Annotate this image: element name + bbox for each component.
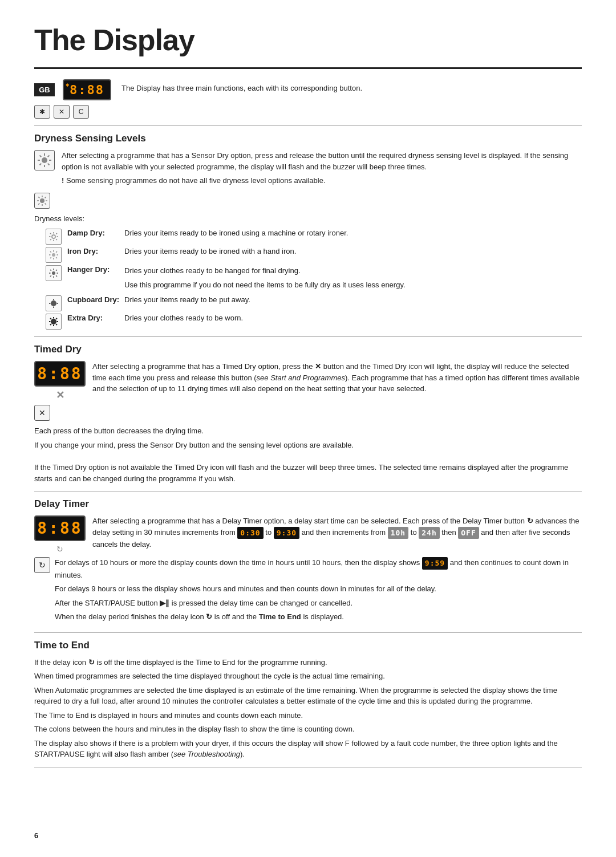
timed-dry-body: After selecting a programme that has a T… [92,361,582,397]
svg-line-26 [50,239,51,240]
cupboard-dry-icon [46,295,62,311]
svg-line-17 [38,203,39,204]
svg-point-45 [51,300,56,306]
delay-timer-display: 8:88 [34,515,86,541]
language-badge: GB [34,83,55,96]
delay-clock-icon: ↻ [34,557,50,573]
dryness-button-icon [34,193,50,209]
time-to-end-line2: When timed programmes are selected the t… [34,671,582,682]
svg-line-5 [40,156,42,157]
cupboard-dry-desc: Dries your items ready to be put away. [124,295,582,304]
svg-line-14 [38,197,39,198]
svg-line-25 [56,233,57,234]
delay-timer-body: After selecting a programme that has a D… [92,515,582,553]
svg-line-8 [40,164,42,165]
section-divider-2 [34,336,582,337]
svg-line-57 [56,318,57,319]
section-divider-1 [34,125,582,126]
svg-point-9 [40,198,44,203]
dryness-level-extra: Extra Dry: Dries your clothes ready to b… [46,314,582,330]
timed-dry-intro: 8:88 ✕ After selecting a programme that … [34,361,582,401]
bottom-divider [34,767,582,767]
svg-point-0 [42,157,47,163]
svg-line-23 [50,233,51,234]
damp-dry-label: Damp Dry: [67,229,124,237]
timed-dry-section: Timed Dry 8:88 ✕ After selecting a progr… [34,344,582,484]
delay-timer-title: Delay Timer [34,498,582,510]
extra-dry-label: Extra Dry: [67,314,124,322]
time-to-end-line6: The display also shows if there is a pro… [34,738,582,760]
svg-line-24 [56,239,57,240]
dryness-level-cupboard: Cupboard Dry: Dries your items ready to … [46,295,582,311]
svg-line-16 [45,197,46,198]
extra-dry-icon [46,314,62,330]
dryness-level-hanger: Hanger Dry: Dries your clothes ready to … [46,265,582,293]
three-buttons-row: ✱ ✕ C [34,105,582,119]
dryness-level-iron: Iron Dry: Dries your items ready to be i… [46,247,582,263]
delay-timer-section: Delay Timer 8:88 ↻ After selecting a pro… [34,498,582,626]
svg-line-15 [45,203,46,204]
dryness-level-damp: Damp Dry: Dries your items ready to be i… [46,229,582,245]
svg-line-32 [50,251,51,253]
svg-point-36 [52,271,55,275]
timed-dry-body3: If you change your mind, press the Senso… [34,440,582,451]
time-to-end-section: Time to End If the delay icon ↻ is off t… [34,640,582,760]
svg-line-43 [56,270,57,271]
extra-dry-desc: Dries your clothes ready to be worn. [124,314,582,322]
star-icon: ✱ [66,82,70,88]
hanger-dry-icon [46,265,62,281]
time-to-end-line4: The Time to End is displayed in hours an… [34,710,582,721]
time-to-end-line1: If the delay icon ↻ is off the time disp… [34,657,582,668]
svg-line-35 [50,257,51,258]
timed-dry-display: 8:88 [34,361,86,387]
timed-button-small: ✕ [34,405,50,421]
dryness-levels-table: Damp Dry: Dries your items ready to be i… [46,229,582,330]
dryness-section: Dryness Sensing Levels After selecting a… [34,133,582,330]
hanger-dry-label: Hanger Dry: [67,265,124,274]
timed-dry-title: Timed Dry [34,344,582,355]
svg-point-50 [51,319,56,324]
hanger-dry-desc: Dries your clothes ready to be hanged fo… [124,265,582,293]
display-icon: ✱ 8:88 [63,79,111,100]
iron-dry-icon [46,247,62,263]
dryness-intro: After selecting a programme that has a S… [34,150,582,189]
svg-line-44 [50,275,51,277]
delay-timer-body2: For delays of 10 hours or more the displ… [55,557,582,626]
svg-point-27 [52,253,55,257]
button-x: ✕ [54,105,70,119]
dryness-levels-label: Dryness levels: [34,213,582,225]
time-to-end-line5: The colons between the hours and minutes… [34,724,582,735]
section-divider-3 [34,491,582,492]
time-to-end-line3: When Automatic programmes are selected t… [34,685,582,707]
intro-section: GB ✱ 8:88 The Display has three main fun… [34,79,582,100]
svg-line-34 [56,251,57,253]
svg-line-6 [48,164,50,165]
dryness-title: Dryness Sensing Levels [34,133,582,144]
svg-line-41 [50,270,51,271]
dryness-sensor-icon [34,150,55,170]
svg-line-42 [56,275,57,277]
dryness-body: After selecting a programme that has a S… [62,150,582,189]
timed-dry-body4: If the Timed Dry option is not available… [34,462,582,484]
iron-dry-desc: Dries your items ready to be ironed with… [124,247,582,255]
svg-line-55 [50,318,51,319]
title-divider [34,67,582,69]
button-c: C [73,105,89,119]
page-title: The Display [34,23,582,57]
cupboard-dry-label: Cupboard Dry: [67,295,124,304]
svg-line-7 [48,156,50,157]
svg-point-18 [52,235,55,238]
svg-line-56 [56,324,57,325]
intro-text: The Display has three main functions, ea… [121,83,362,94]
delay-timer-intro: 8:88 ↻ After selecting a programme that … [34,515,582,554]
iron-dry-label: Iron Dry: [67,247,124,255]
time-to-end-title: Time to End [34,640,582,651]
damp-dry-desc: Dries your items ready to be ironed usin… [124,229,582,237]
display-digits: 8:88 [70,83,104,97]
damp-dry-icon [46,229,62,245]
section-divider-4 [34,632,582,633]
svg-line-58 [50,324,51,325]
page-number: 6 [34,831,38,840]
timed-dry-body2: Each press of the button decreases the d… [34,425,582,437]
svg-line-33 [56,257,57,258]
